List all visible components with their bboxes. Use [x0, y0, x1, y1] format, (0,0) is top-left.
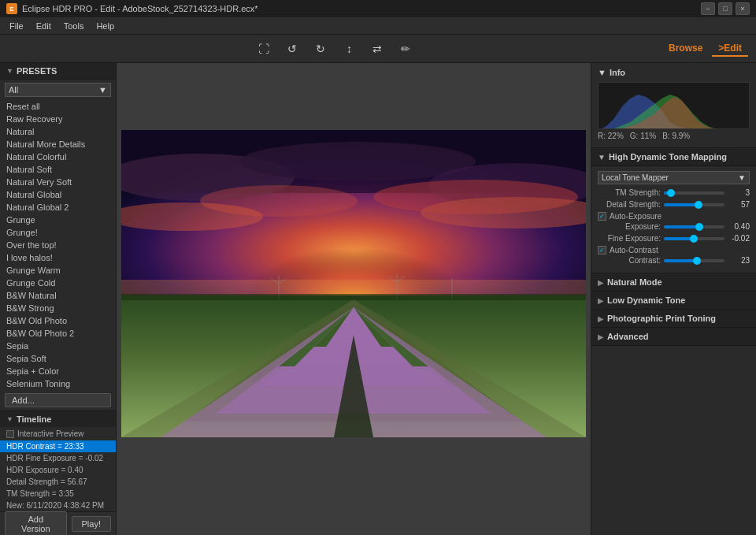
photographic-title: Photographic Print Toning [607, 314, 716, 323]
dropdown-arrow-icon: ▼ [98, 85, 107, 95]
high-dynamic-title: High Dynamic Tone Mapping [609, 152, 727, 162]
list-item[interactable]: Grunge [0, 214, 116, 226]
natural-mode-header[interactable]: ▶ Natural Mode [591, 273, 756, 292]
list-item[interactable]: B&W Natural [0, 289, 116, 302]
timeline-list: HDR Contrast = 23:33 HDR Fine Exposure =… [0, 440, 116, 511]
timeline-item[interactable]: New: 6/11/2020 4:38:42 PM [0, 500, 116, 511]
contrast-row: Contrast: 23 [598, 256, 750, 265]
presets-header: ▼ PRESETS [0, 63, 116, 80]
list-item[interactable]: Sepia + Color [0, 365, 116, 377]
redo-button[interactable]: ↻ [309, 39, 332, 58]
interactive-preview-row[interactable]: Interactive Preview [0, 427, 116, 440]
info-title: Info [610, 68, 625, 77]
natural-mode-title: Natural Mode [607, 277, 662, 287]
advanced-title: Advanced [607, 332, 649, 341]
menu-edit[interactable]: Edit [30, 20, 57, 32]
timeline-item[interactable]: HDR Fine Exposure = -0.02 [0, 452, 116, 464]
eyedropper-button[interactable]: ✏ [395, 39, 417, 58]
menu-tools[interactable]: Tools [57, 20, 91, 32]
list-item[interactable]: B&W Strong [0, 302, 116, 314]
exposure-slider[interactable] [664, 225, 724, 228]
timeline-item[interactable]: Detail Strength = 56.67 [0, 476, 116, 488]
tm-strength-slider[interactable] [664, 191, 724, 195]
list-item[interactable]: Reset all [0, 100, 116, 113]
list-item[interactable]: Natural Very Soft [0, 176, 116, 188]
add-version-button[interactable]: Add Version [5, 511, 67, 536]
detail-strength-row: Detail Strength: 57 [598, 200, 750, 209]
hdr-image [121, 130, 586, 437]
list-item[interactable]: Grunge Cold [0, 277, 116, 289]
list-item[interactable]: Natural [0, 125, 116, 138]
timeline-header: ▼ Timeline [0, 411, 116, 427]
tone-mapper-dropdown[interactable]: Local Tone Mapper ▼ [598, 171, 750, 184]
timeline-triangle: ▼ [6, 415, 13, 423]
list-item[interactable]: Natural Soft [0, 163, 116, 176]
advanced-header[interactable]: ▶ Advanced [591, 328, 756, 346]
fullscreen-button[interactable]: ⛶ [253, 39, 275, 58]
image-frame [121, 130, 586, 437]
list-item[interactable]: B&W Old Photo [0, 314, 116, 327]
info-header: ▼ Info [598, 68, 750, 77]
fine-exposure-label: Fine Exposure: [598, 234, 661, 243]
menu-file[interactable]: File [3, 20, 30, 32]
list-item[interactable]: B&W Old Photo 2 [0, 327, 116, 340]
list-item[interactable]: Grunge Warm [0, 264, 116, 277]
timeline-item[interactable]: HDR Contrast = 23:33 [0, 440, 116, 452]
list-item[interactable]: Selenium Toning [0, 377, 116, 390]
list-item[interactable]: Natural Colorful [0, 150, 116, 163]
list-item[interactable]: Natural Global 2 [0, 201, 116, 214]
minimize-button[interactable]: − [701, 2, 715, 15]
list-item[interactable]: Raw Recovery [0, 113, 116, 125]
info-rgb: R: 22% G: 11% B: 9.9% [598, 129, 750, 143]
list-item[interactable]: I love halos! [0, 251, 116, 264]
app-icon: E [6, 3, 17, 14]
photographic-header[interactable]: ▶ Photographic Print Toning [591, 310, 756, 328]
photographic-triangle-icon: ▶ [598, 314, 604, 323]
list-item[interactable]: Sepia Soft [0, 352, 116, 365]
fine-exposure-slider[interactable] [664, 237, 724, 240]
title-bar: E Eclipse HDR PRO - Edit - AdobeStock_25… [0, 0, 756, 17]
auto-contrast-row: ✓ Auto-Contrast [598, 246, 750, 254]
presets-title: PRESETS [17, 66, 57, 76]
fine-exposure-row: Fine Exposure: -0.02 [598, 234, 750, 243]
low-dynamic-header[interactable]: ▶ Low Dynamic Tone [591, 292, 756, 310]
fit-button[interactable]: ↕ [338, 39, 360, 58]
auto-exposure-label: Auto-Exposure [610, 212, 662, 221]
right-panel: ▼ Info R: 22% G: 11% B: 9.9% [591, 63, 756, 535]
list-item[interactable]: Grunge! [0, 226, 116, 239]
close-button[interactable]: × [736, 2, 750, 15]
tab-edit[interactable]: >Edit [712, 41, 748, 57]
interactive-preview-checkbox[interactable] [6, 430, 14, 438]
detail-strength-label: Detail Strength: [598, 200, 661, 209]
timeline-item[interactable]: TM Strength = 3:35 [0, 488, 116, 500]
auto-exposure-checkbox[interactable]: ✓ [598, 212, 606, 221]
info-triangle-icon: ▼ [598, 68, 606, 77]
add-preset-button[interactable]: Add... [5, 393, 111, 407]
timeline-title: Timeline [17, 414, 51, 424]
menu-help[interactable]: Help [90, 20, 120, 32]
presets-triangle: ▼ [6, 67, 13, 75]
list-item[interactable]: Natural Global [0, 188, 116, 201]
tm-strength-value: 3 [728, 188, 750, 197]
list-item[interactable]: Natural More Details [0, 138, 116, 150]
tab-browse[interactable]: Browse [662, 41, 709, 57]
maximize-button[interactable]: □ [718, 2, 732, 15]
auto-contrast-checkbox[interactable]: ✓ [598, 246, 606, 254]
detail-strength-slider[interactable] [664, 203, 724, 206]
swap-button[interactable]: ⇄ [366, 39, 388, 58]
preset-dropdown[interactable]: All ▼ [5, 83, 111, 97]
title-text: Eclipse HDR PRO - Edit - AdobeStock_2527… [22, 4, 258, 13]
high-dynamic-header[interactable]: ▼ High Dynamic Tone Mapping [591, 148, 756, 166]
advanced-triangle-icon: ▶ [598, 333, 604, 341]
timeline-item[interactable]: HDR Exposure = 0.40 [0, 464, 116, 476]
canvas-area [117, 63, 591, 535]
undo-button[interactable]: ↺ [281, 39, 303, 58]
contrast-value: 23 [728, 256, 750, 265]
low-dynamic-triangle-icon: ▶ [598, 296, 604, 305]
info-b: B: 9.9% [662, 132, 690, 140]
list-item[interactable]: Over the top! [0, 239, 116, 251]
list-item[interactable]: Sepia [0, 340, 116, 352]
play-button[interactable]: Play! [72, 516, 111, 532]
contrast-slider[interactable] [664, 259, 724, 262]
histogram [598, 82, 750, 129]
